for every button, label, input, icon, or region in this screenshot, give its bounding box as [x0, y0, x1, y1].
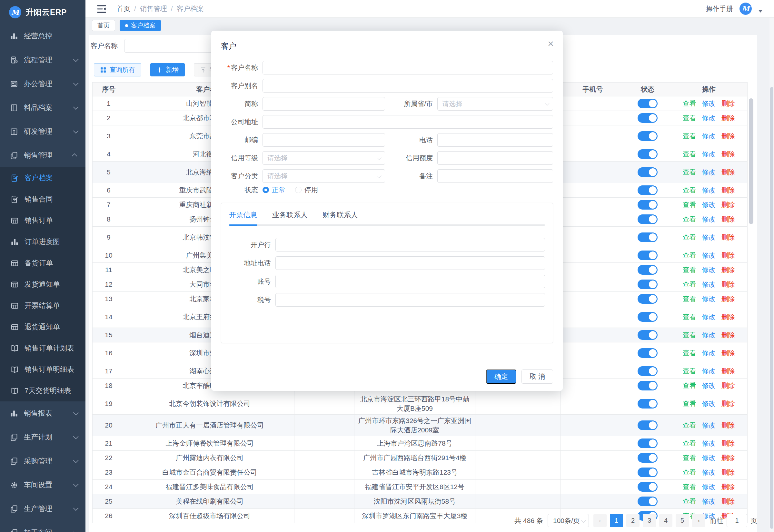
breadcrumb-home[interactable]: 首页: [117, 4, 130, 13]
备注-input[interactable]: [437, 169, 553, 183]
sidebar-item-订单进度图[interactable]: 订单进度图: [0, 231, 85, 252]
edit-link[interactable]: 修改: [702, 330, 716, 340]
edit-link[interactable]: 修改: [702, 294, 716, 303]
status-radio-正常[interactable]: 正常: [263, 185, 285, 194]
manual-link[interactable]: 操作手册: [706, 4, 733, 13]
view-link[interactable]: 查看: [683, 149, 696, 159]
status-toggle[interactable]: [638, 399, 658, 409]
close-icon[interactable]: ×: [548, 38, 554, 49]
view-link[interactable]: 查看: [683, 294, 696, 303]
status-toggle[interactable]: [638, 99, 658, 108]
delete-link[interactable]: 删除: [721, 251, 735, 260]
delete-link[interactable]: 删除: [721, 312, 735, 321]
status-toggle[interactable]: [638, 312, 658, 322]
status-toggle[interactable]: [638, 482, 658, 492]
开户行-input[interactable]: [275, 238, 545, 251]
view-link[interactable]: 查看: [683, 497, 696, 506]
delete-link[interactable]: 删除: [721, 185, 735, 195]
sidebar-item-办公管理[interactable]: 办公管理: [0, 72, 85, 96]
客户分类-select[interactable]: 请选择: [263, 169, 385, 183]
sidebar-item-料品档案[interactable]: 料品档案: [0, 96, 85, 120]
detail-tab-业务联系人[interactable]: 业务联系人: [272, 210, 308, 226]
view-link[interactable]: 查看: [683, 131, 696, 141]
goto-page-input[interactable]: [727, 514, 747, 527]
sidebar-item-加工车间[interactable]: 加工车间: [0, 521, 85, 532]
edit-link[interactable]: 修改: [702, 113, 716, 123]
delete-link[interactable]: 删除: [721, 280, 735, 289]
edit-link[interactable]: 修改: [702, 200, 716, 209]
view-link[interactable]: 查看: [683, 167, 696, 177]
delete-link[interactable]: 删除: [721, 265, 735, 274]
edit-link[interactable]: 修改: [702, 214, 716, 224]
view-link[interactable]: 查看: [683, 399, 696, 408]
view-link[interactable]: 查看: [683, 232, 696, 242]
tab-home[interactable]: 首页: [92, 20, 115, 31]
page-button-3[interactable]: 3: [643, 514, 656, 527]
view-link[interactable]: 查看: [683, 251, 696, 260]
status-toggle[interactable]: [638, 167, 658, 177]
tab-customer-archive[interactable]: 客户档案: [120, 20, 161, 31]
status-toggle[interactable]: [638, 200, 658, 210]
sidebar-item-客户档案[interactable]: 客户档案: [0, 167, 85, 189]
edit-link[interactable]: 修改: [702, 468, 716, 477]
add-button[interactable]: 新增: [150, 63, 185, 76]
sidebar-item-销售订单计划表[interactable]: 销售订单计划表: [0, 338, 85, 359]
edit-link[interactable]: 修改: [702, 280, 716, 289]
user-menu-caret-icon[interactable]: [758, 10, 763, 13]
sidebar-item-生产计划[interactable]: 生产计划: [0, 425, 85, 449]
edit-link[interactable]: 修改: [702, 99, 716, 108]
status-toggle[interactable]: [638, 497, 658, 506]
电话-input[interactable]: [437, 133, 553, 147]
query-all-button[interactable]: 查询所有: [94, 63, 141, 76]
status-toggle[interactable]: [638, 330, 658, 340]
edit-link[interactable]: 修改: [702, 381, 716, 390]
detail-tab-开票信息[interactable]: 开票信息: [229, 210, 257, 226]
status-toggle[interactable]: [638, 131, 658, 141]
breadcrumb-customer[interactable]: 客户档案: [177, 4, 204, 13]
confirm-button[interactable]: 确定: [486, 369, 516, 384]
sidebar-item-退货通知单[interactable]: 退货通知单: [0, 316, 85, 338]
status-toggle[interactable]: [638, 468, 658, 477]
delete-link[interactable]: 删除: [721, 131, 735, 141]
next-page-button[interactable]: ›: [692, 514, 705, 527]
status-toggle[interactable]: [638, 149, 658, 159]
edit-link[interactable]: 修改: [702, 167, 716, 177]
status-toggle[interactable]: [638, 265, 658, 275]
delete-link[interactable]: 删除: [721, 399, 735, 408]
公司地址-input[interactable]: [263, 115, 553, 129]
view-link[interactable]: 查看: [683, 113, 696, 123]
status-radio-停用[interactable]: 停用: [295, 185, 318, 194]
view-link[interactable]: 查看: [683, 265, 696, 274]
view-link[interactable]: 查看: [683, 185, 696, 195]
sidebar-item-销售合同[interactable]: 销售合同: [0, 189, 85, 210]
信用等级-select[interactable]: 请选择: [263, 151, 385, 165]
sidebar-item-7天交货明细表[interactable]: 7天交货明细表: [0, 380, 85, 401]
edit-link[interactable]: 修改: [702, 312, 716, 321]
view-link[interactable]: 查看: [683, 280, 696, 289]
sidebar-item-销售订单[interactable]: 销售订单: [0, 210, 85, 231]
edit-link[interactable]: 修改: [702, 251, 716, 260]
邮编-input[interactable]: [263, 133, 385, 147]
status-toggle[interactable]: [638, 366, 658, 376]
客户名称-input[interactable]: [263, 61, 553, 74]
status-toggle[interactable]: [638, 453, 658, 463]
edit-link[interactable]: 修改: [702, 438, 716, 448]
breadcrumb-sales[interactable]: 销售管理: [140, 4, 167, 13]
menu-fold-icon[interactable]: [97, 5, 106, 13]
sidebar-item-发货通知单[interactable]: 发货通知单: [0, 274, 85, 295]
delete-link[interactable]: 删除: [721, 482, 735, 491]
所属省/市-select[interactable]: 请选择: [437, 97, 553, 111]
账号-input[interactable]: [275, 275, 545, 288]
page-button-2[interactable]: 2: [626, 514, 640, 527]
status-toggle[interactable]: [638, 185, 658, 195]
page-button-5[interactable]: 5: [676, 514, 689, 527]
sidebar-item-销售管理[interactable]: 销售管理: [0, 143, 85, 167]
edit-link[interactable]: 修改: [702, 420, 716, 430]
sidebar-item-经营总控[interactable]: 经营总控: [0, 24, 85, 48]
delete-link[interactable]: 删除: [721, 497, 735, 506]
page-scrollbar[interactable]: [769, 18, 774, 532]
delete-link[interactable]: 删除: [721, 366, 735, 376]
status-toggle[interactable]: [638, 251, 658, 260]
delete-link[interactable]: 删除: [721, 381, 735, 390]
view-link[interactable]: 查看: [683, 438, 696, 448]
